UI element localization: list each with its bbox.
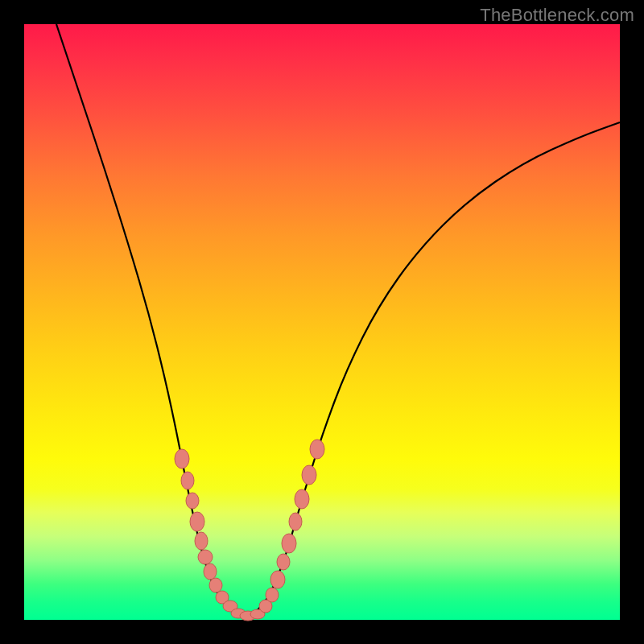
bead-group (175, 440, 324, 621)
data-bead (190, 512, 204, 531)
right-curve (248, 122, 620, 616)
data-bead (282, 534, 296, 553)
watermark-text: TheBottleneck.com (480, 5, 634, 26)
data-bead (295, 489, 309, 509)
data-bead (270, 571, 285, 588)
data-bead (277, 554, 290, 570)
data-bead (175, 449, 189, 469)
data-bead (289, 513, 302, 530)
data-bead (198, 550, 213, 564)
outer-frame: TheBottleneck.com (0, 0, 644, 644)
data-bead (204, 564, 217, 580)
data-bead (310, 440, 324, 459)
data-bead (302, 465, 316, 485)
data-bead (266, 588, 279, 602)
data-bead (209, 578, 222, 592)
chart-svg (24, 24, 620, 620)
left-curve (56, 24, 244, 616)
plot-area (24, 24, 620, 620)
data-bead (181, 472, 194, 489)
data-bead (195, 532, 208, 550)
data-bead (186, 493, 199, 509)
